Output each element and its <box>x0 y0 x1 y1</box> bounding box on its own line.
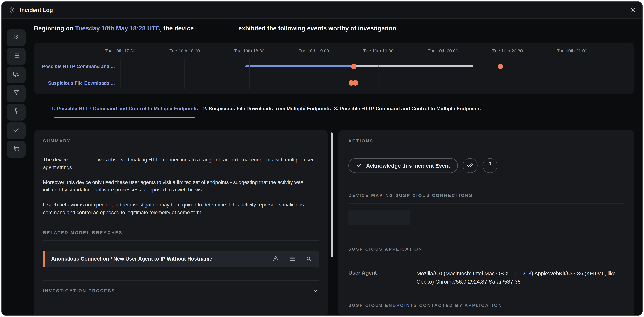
summary-p1-before: The device <box>43 157 68 162</box>
sidebar <box>7 29 26 158</box>
timeline-event-dot[interactable] <box>353 80 358 86</box>
breach-log-icon[interactable] <box>289 256 296 262</box>
event-context-panel: ACTIONS Acknowledge this Incident Event <box>338 130 634 316</box>
related-model-breaches-heading: RELATED MODEL BREACHES <box>43 230 319 235</box>
pushpin-icon <box>487 162 493 169</box>
header-timestamp: Tuesday 10th May 18:28 UTC <box>75 25 160 32</box>
header-prefix: Beginning on <box>34 25 75 32</box>
gear-icon <box>8 6 15 13</box>
divider <box>43 240 319 240</box>
event-detail-panel: SUMMARY The devicewas observed making HT… <box>34 130 328 316</box>
sidebar-expand-all-button[interactable] <box>7 29 26 46</box>
tab-event-3[interactable]: 3. Possible HTTP Command and Control to … <box>319 100 496 114</box>
sidebar-comments-button[interactable] <box>7 66 26 83</box>
suspicious-endpoints-heading: SUSPICIOUS ENDPOINTS CONTACTED BY APPLIC… <box>348 303 624 308</box>
warning-icon[interactable] <box>272 256 279 262</box>
timeline-tick-label: Tue 10th 18:30 <box>234 48 264 53</box>
device-heading: DEVICE MAKING SUSPICIOUS CONNECTIONS <box>348 193 624 198</box>
divider <box>43 148 319 149</box>
timeline-gridline <box>314 59 314 89</box>
sidebar-pin-button[interactable] <box>7 104 26 120</box>
timeline-gridline <box>508 59 508 89</box>
pin-event-button[interactable] <box>482 158 498 173</box>
model-breach-actions <box>272 256 312 262</box>
model-breach-row[interactable]: Anomalous Connection / New User Agent to… <box>43 250 319 267</box>
summary-heading: SUMMARY <box>43 130 319 143</box>
timeline-gridline <box>120 59 120 89</box>
acknowledge-incident-button[interactable]: Acknowledge this Incident Event <box>348 158 458 173</box>
app-body: Beginning on Tuesday 10th May 18:28 UTC,… <box>2 24 642 316</box>
copy-icon <box>12 145 20 154</box>
timeline-tick-label: Tue 10th 19:30 <box>363 48 394 53</box>
tab-event-1[interactable]: 1. Possible HTTP Command and Control to … <box>34 100 216 118</box>
list-icon <box>12 52 20 61</box>
window-controls <box>612 7 636 13</box>
investigation-process-section[interactable]: INVESTIGATION PROCESS <box>43 280 319 294</box>
summary-p1-after: was observed making HTTP connections to … <box>43 157 314 170</box>
tab-event-2[interactable]: 2. Suspicious File Downloads from Multip… <box>199 100 335 114</box>
actions-row: Acknowledge this Incident Event <box>348 158 624 173</box>
chevron-down-icon[interactable] <box>312 287 319 294</box>
user-agent-label: User Agent <box>348 270 416 286</box>
sidebar-filter-button[interactable] <box>7 85 26 102</box>
redacted-device-card <box>348 210 410 225</box>
timeline-tick-label: Tue 10th 20:30 <box>492 48 523 53</box>
check-icon <box>12 126 20 135</box>
check-icon <box>356 162 362 169</box>
timeline-plot: Tue 10th 17:30Tue 10th 18:00Tue 10th 18:… <box>120 42 572 94</box>
timeline-gridline <box>185 59 185 89</box>
user-agent-value: Mozilla/5.0 (Macintosh; Intel Mac OS X 1… <box>416 270 624 286</box>
user-agent-row: User Agent Mozilla/5.0 (Macintosh; Intel… <box>348 270 624 286</box>
timeline-tick-label: Tue 10th 20:00 <box>428 48 458 53</box>
sidebar-event-list-button[interactable] <box>7 48 26 65</box>
acknowledge-all-button[interactable] <box>463 158 478 173</box>
sidebar-acknowledge-button[interactable] <box>7 122 26 139</box>
divider <box>348 203 624 204</box>
main-content: Beginning on Tuesday 10th May 18:28 UTC,… <box>34 24 634 316</box>
divider <box>348 313 624 314</box>
timeline-tick-label: Tue 10th 19:00 <box>299 48 329 53</box>
model-breach-label: Anomalous Connection / New User Agent to… <box>51 256 212 262</box>
stage: Incident Log <box>0 0 644 317</box>
header-after-timestamp: , the device <box>160 25 194 32</box>
titlebar: Incident Log <box>2 2 642 18</box>
divider <box>348 257 624 257</box>
timeline-tick-label: Tue 10th 21:00 <box>557 48 587 53</box>
timeline-row-label: Suspicious File Downloads ... <box>40 76 115 90</box>
acknowledge-button-label: Acknowledge this Incident Event <box>366 162 450 168</box>
timeline-event-dot[interactable] <box>498 64 503 69</box>
content-area: SUMMARY The devicewas observed making HT… <box>34 130 634 316</box>
actions-heading: ACTIONS <box>348 130 624 143</box>
timeline-row-label: Possible HTTP Command and ... <box>40 60 115 73</box>
timeline-event-dot[interactable] <box>351 64 356 69</box>
incident-timeline-panel: Possible HTTP Command and ... Suspicious… <box>34 42 634 94</box>
timeline-gridline <box>443 59 444 89</box>
left-panel-scrollbar[interactable] <box>330 132 333 257</box>
suspicious-application-heading: SUSPICIOUS APPLICATION <box>348 246 624 251</box>
timeline-gridline <box>249 59 250 89</box>
timeline-gridline <box>572 59 572 89</box>
minimize-button[interactable] <box>612 7 618 13</box>
search-icon[interactable] <box>306 256 312 262</box>
double-chevron-down-icon <box>12 34 20 42</box>
double-check-icon <box>467 162 474 170</box>
close-button[interactable] <box>630 7 636 13</box>
summary-paragraph-1: The devicewas observed making HTTP conne… <box>43 156 319 172</box>
incident-event-tabs: 1. Possible HTTP Command and Control to … <box>34 100 634 129</box>
timeline-tick-label: Tue 10th 17:30 <box>105 48 135 53</box>
incident-header-sentence: Beginning on Tuesday 10th May 18:28 UTC,… <box>34 24 634 34</box>
timeline-track-1 <box>120 76 572 90</box>
window-title: Incident Log <box>20 7 53 13</box>
header-suffix: exhibited the following events worthy of… <box>238 25 396 32</box>
comment-icon <box>12 70 20 79</box>
incident-log-window: Incident Log <box>1 1 643 316</box>
timeline-activity-segment <box>245 66 354 68</box>
divider <box>348 148 624 149</box>
timeline-activity-segment <box>354 66 474 68</box>
timeline-gridline <box>378 59 379 89</box>
pushpin-icon <box>12 108 20 116</box>
funnel-icon <box>12 89 20 98</box>
investigation-process-heading: INVESTIGATION PROCESS <box>43 288 115 293</box>
timeline-track-0 <box>120 60 572 73</box>
sidebar-copy-button[interactable] <box>7 141 26 158</box>
